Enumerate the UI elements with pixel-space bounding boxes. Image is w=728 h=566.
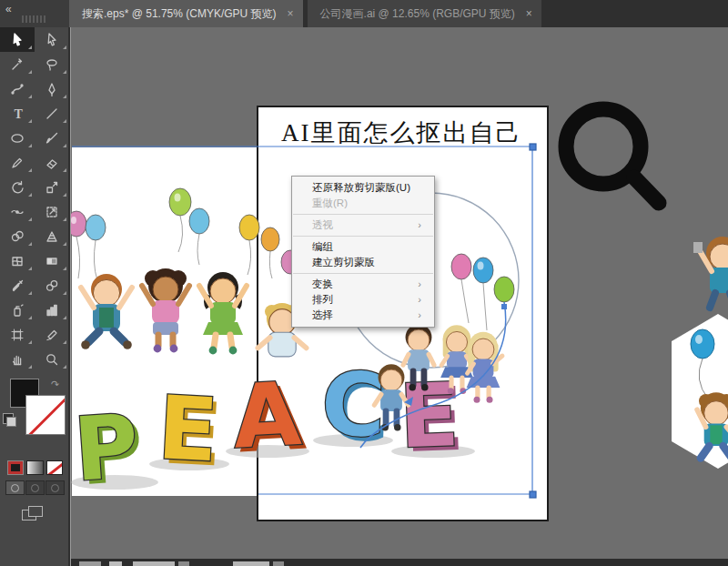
tool-lasso[interactable] xyxy=(35,52,69,76)
rotate-icon xyxy=(10,180,25,195)
tool-free-transform[interactable] xyxy=(35,199,69,224)
tool-width[interactable] xyxy=(0,199,35,224)
tool-paintbrush[interactable] xyxy=(35,126,69,150)
eraser-icon xyxy=(45,156,59,170)
tool-column-graph[interactable] xyxy=(35,298,69,322)
none-button[interactable] xyxy=(46,460,63,475)
submenu-arrow-icon: › xyxy=(418,308,421,323)
status-bar xyxy=(71,559,728,566)
submenu-arrow-icon: › xyxy=(418,277,421,292)
tool-scale[interactable] xyxy=(35,175,69,199)
column-graph-icon xyxy=(45,303,59,318)
tool-direct-selection[interactable] xyxy=(35,27,69,52)
free-transform-icon xyxy=(45,205,59,219)
default-fill-stroke-icon[interactable] xyxy=(3,413,14,424)
svg-text:A: A xyxy=(230,363,303,469)
zoom-icon xyxy=(45,352,59,367)
line-segment-icon xyxy=(45,106,59,121)
tool-slice[interactable] xyxy=(35,322,69,347)
screen-mode-icon xyxy=(28,506,43,517)
tool-rotate[interactable] xyxy=(0,175,35,199)
menu-item-release-clipping-mask[interactable]: 还原释放剪切蒙版(U) xyxy=(292,180,434,196)
lasso-icon xyxy=(45,57,59,72)
menu-item-arrange[interactable]: 排列› xyxy=(292,292,434,308)
collapse-panel-icon[interactable]: « xyxy=(5,3,12,15)
tool-pen[interactable] xyxy=(35,76,69,101)
menu-item-transform[interactable]: 变换› xyxy=(292,277,434,292)
drawing-modes xyxy=(0,475,68,495)
tool-perspective-grid[interactable] xyxy=(35,224,69,248)
tool-eraser[interactable] xyxy=(35,150,69,175)
tools-panel: T ↷ xyxy=(0,27,69,566)
menu-item-make-clipping-mask[interactable]: 建立剪切蒙版 xyxy=(292,255,434,270)
symbol-sprayer-icon xyxy=(10,303,25,318)
hand-icon xyxy=(10,352,25,367)
screen-mode-button[interactable] xyxy=(22,506,44,521)
type-icon: T xyxy=(10,106,25,121)
zoom-level-dropdown[interactable] xyxy=(133,561,175,566)
stroke-swatch-none[interactable] xyxy=(25,395,66,435)
curvature-pen-icon xyxy=(10,82,25,96)
pen-icon xyxy=(45,82,59,96)
tool-zoom[interactable] xyxy=(35,347,69,371)
status-box[interactable] xyxy=(79,561,101,566)
dropdown-arrow-box[interactable] xyxy=(273,561,284,566)
tool-blend[interactable] xyxy=(35,273,69,298)
svg-text:E: E xyxy=(156,377,220,481)
tool-pencil[interactable] xyxy=(0,150,35,175)
magnifier-artwork xyxy=(566,109,659,203)
document-canvas[interactable]: AI里面怎么抠出自己 xyxy=(70,27,728,566)
tool-eyedropper[interactable] xyxy=(0,273,35,298)
clipped-kid-top-right xyxy=(693,237,728,308)
shape-builder-icon xyxy=(10,229,25,244)
selection-handle-bottom-right[interactable] xyxy=(530,491,536,498)
magic-wand-icon xyxy=(10,57,25,72)
tool-line-segment[interactable] xyxy=(35,101,69,126)
swap-fill-stroke-icon[interactable]: ↷ xyxy=(51,379,59,390)
draw-normal-button[interactable] xyxy=(5,480,25,495)
tab-label: 搜索.eps* @ 51.75% (CMYK/GPU 预览) xyxy=(82,6,277,22)
tool-type[interactable]: T xyxy=(0,101,35,126)
tool-magic-wand[interactable] xyxy=(0,52,35,76)
menu-item-redo: 重做(R) xyxy=(292,196,434,211)
tool-ellipse[interactable] xyxy=(0,126,35,150)
tool-mesh[interactable] xyxy=(0,248,35,273)
draw-inside-button[interactable] xyxy=(46,480,65,495)
gradient-button[interactable] xyxy=(26,460,43,475)
selection-arrow-icon xyxy=(10,33,25,47)
close-icon[interactable]: × xyxy=(288,7,294,20)
ellipse-icon xyxy=(10,131,25,146)
color-button[interactable] xyxy=(7,460,24,475)
tool-selection[interactable] xyxy=(0,27,35,52)
slice-knife-icon xyxy=(45,328,59,342)
close-icon[interactable]: × xyxy=(526,7,532,20)
tab-document-2[interactable]: 公司漫画.ai @ 12.65% (RGB/GPU 预览) × xyxy=(308,0,541,27)
tool-shape-builder[interactable] xyxy=(0,224,35,248)
tool-gradient[interactable] xyxy=(35,248,69,273)
tab-document-1[interactable]: 搜索.eps* @ 51.75% (CMYK/GPU 预览) × xyxy=(69,0,303,27)
selection-handle-top-right[interactable] xyxy=(530,144,536,150)
hexagon-clip-artwork xyxy=(672,314,728,469)
menu-item-group[interactable]: 编组 xyxy=(292,239,434,255)
artboard-icon xyxy=(10,328,25,342)
tool-symbol-sprayer[interactable] xyxy=(0,298,35,322)
tool-curvature[interactable] xyxy=(0,76,35,101)
scale-icon xyxy=(45,180,59,195)
mesh-icon xyxy=(10,254,25,268)
artboard-nav-dropdown[interactable] xyxy=(233,561,269,566)
path-anchor-handle[interactable] xyxy=(501,304,507,309)
menu-item-perspective: 透视› xyxy=(292,217,434,233)
width-tool-icon xyxy=(10,205,25,219)
tool-hand[interactable] xyxy=(0,347,35,371)
tool-artboard[interactable] xyxy=(0,322,35,347)
color-buttons xyxy=(0,459,68,475)
draw-behind-button[interactable] xyxy=(25,480,45,495)
document-tab-bar: « 搜索.eps* @ 51.75% (CMYK/GPU 预览) × 公司漫画.… xyxy=(0,0,728,27)
menu-item-select[interactable]: 选择› xyxy=(292,308,434,323)
context-menu: 还原释放剪切蒙版(U) 重做(R) 透视› 编组 建立剪切蒙版 变换› 排列› … xyxy=(291,176,435,328)
toolbar-header: « xyxy=(0,0,69,27)
toolbar-grip[interactable] xyxy=(22,15,46,23)
dropdown-arrow-box[interactable] xyxy=(178,561,189,566)
submenu-arrow-icon: › xyxy=(418,292,421,308)
menu-separator xyxy=(293,273,433,274)
